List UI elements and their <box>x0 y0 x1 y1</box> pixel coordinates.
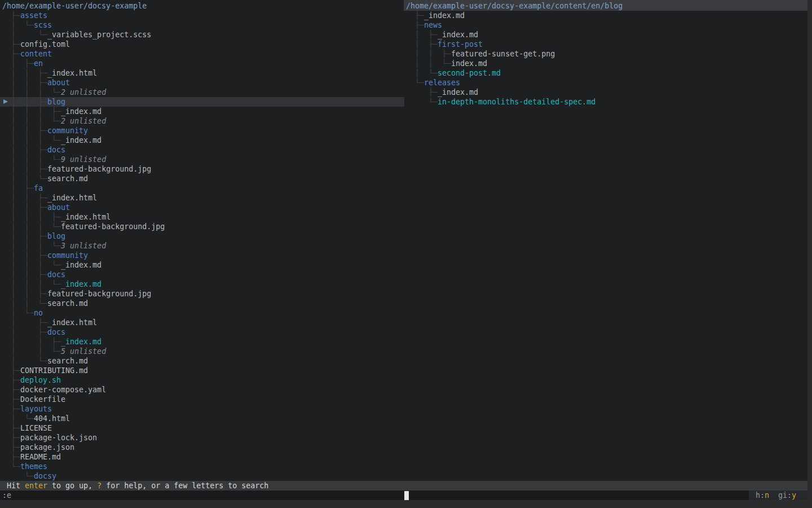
tree-row-_index.md[interactable]: │ │ │ └─_index.md <box>0 135 404 145</box>
file-name: featured-sunset-get.png <box>451 50 555 58</box>
input-cursor <box>404 491 409 500</box>
tree-row-_variables_project.scss[interactable]: │ └─_variables_project.scss <box>0 30 404 40</box>
tree-branch-lines: │ │ │ ├─ <box>2 107 61 116</box>
tree-row-docs[interactable]: │ │ ├─docs <box>0 270 404 279</box>
tree-row-en[interactable]: │ ├─en <box>0 59 404 68</box>
tree-row-news[interactable]: ├─news <box>404 20 807 30</box>
tree-row-docs[interactable]: │ │ ├─docs <box>0 145 404 155</box>
tree-row-_index.md[interactable]: ├─_index.md <box>404 87 807 97</box>
broot-terminal: /home/example-user/docsy-example ├─asset… <box>0 0 807 500</box>
unlisted-count: 2 unlisted <box>61 117 106 125</box>
tree-row-themes[interactable]: └─themes <box>0 462 404 471</box>
right-panel-header: /home/example-user/docsy-example/content… <box>404 0 807 11</box>
tree-branch-lines: ├─ <box>2 443 20 452</box>
tree-row-index.md[interactable]: │ │ └─index.md <box>404 59 807 68</box>
tree-branch-lines: ├─ <box>2 405 20 413</box>
flag-label: h: <box>756 491 765 500</box>
tree-row-_index.md[interactable]: │ │ ├─_index.md <box>0 337 404 347</box>
tree-row-docker-compose.yaml[interactable]: ├─docker-compose.yaml <box>0 385 404 395</box>
tree-row-about[interactable]: │ │ ├─about <box>0 78 404 87</box>
tree-row-package.json[interactable]: ├─package.json <box>0 443 404 452</box>
tree-row-releases[interactable]: └─releases <box>404 78 807 87</box>
tree-row-_index.md[interactable]: │ │ │ └─_index.md <box>0 260 404 270</box>
tree-branch-lines: │ │ ├─ <box>406 50 451 58</box>
tree-row-_index.html[interactable]: │ ├─_index.html <box>0 318 404 327</box>
tree-branch-lines: │ │ ├─ <box>2 165 47 173</box>
tree-row-featured-background.jpg[interactable]: │ │ ├─featured-background.jpg <box>0 164 404 174</box>
tree-row-deploy.sh[interactable]: ├─deploy.sh <box>0 375 404 385</box>
flag-label: gi: <box>778 491 792 500</box>
flag-label <box>769 491 778 500</box>
tree-branch-lines: ├─ <box>2 395 20 404</box>
tree-row-unlisted: │ │ │ └─2 unlisted <box>0 87 404 97</box>
tree-row-_index.html[interactable]: │ │ │ ├─_index.html <box>0 212 404 222</box>
tree-row-unlisted: │ │ └─5 unlisted <box>0 347 404 356</box>
tree-row-search.md[interactable]: │ └─search.md <box>0 356 404 366</box>
tree-branch-lines: ├─ <box>2 376 20 384</box>
tree-branch-lines: │ │ │ └─ <box>2 117 61 125</box>
tree-row-config.toml[interactable]: ├─config.toml <box>0 40 404 49</box>
file-name: package-lock.json <box>20 433 97 442</box>
dir-name: docs <box>47 270 65 279</box>
tree-row-community[interactable]: │ │ ├─community <box>0 251 404 260</box>
tree-branch-lines: │ │ │ └─ <box>2 280 61 288</box>
tree-row-Dockerfile[interactable]: ├─Dockerfile <box>0 395 404 404</box>
tree-row-no[interactable]: │ └─no <box>0 308 404 318</box>
tree-row-in-depth-monoliths-detailed-spec.md[interactable]: └─in-depth-monoliths-detailed-spec.md <box>404 97 807 107</box>
tree-row-search.md[interactable]: │ │ └─search.md <box>0 174 404 183</box>
tree-row-layouts[interactable]: ├─layouts <box>0 404 404 414</box>
tree-row-_index.html[interactable]: │ │ ├─_index.html <box>0 68 404 78</box>
tree-branch-lines: │ └─ <box>406 69 438 77</box>
tree-branch-lines: │ │ ├─ <box>2 69 47 77</box>
dir-name: blog <box>47 232 65 240</box>
unlisted-count: 2 unlisted <box>61 88 106 97</box>
file-name: README.md <box>20 453 61 461</box>
tree-branch-lines: │ │ └─ <box>2 299 47 308</box>
tree-row-featured-background.jpg[interactable]: │ │ ├─featured-background.jpg <box>0 289 404 299</box>
input-bar[interactable]: :e h:n gi:y <box>0 491 807 500</box>
tree-row-_index.md[interactable]: │ ├─_index.md <box>404 30 807 40</box>
right-panel: /home/example-user/docsy-example/content… <box>404 0 807 500</box>
tree-row-LICENSE[interactable]: ├─LICENSE <box>0 423 404 433</box>
tree-row-_index.html[interactable]: │ │ ├─_index.html <box>0 193 404 203</box>
tree-row-first-post[interactable]: │ ├─first-post <box>404 40 807 49</box>
dir-name: releases <box>424 78 460 87</box>
tree-row-_index.md[interactable]: │ │ │ ├─_index.md <box>0 107 404 116</box>
tree-row-community[interactable]: │ │ ├─community <box>0 126 404 135</box>
tree-branch-lines: ├─ <box>2 433 20 442</box>
tree-row-featured-sunset-get.png[interactable]: │ │ ├─featured-sunset-get.png <box>404 49 807 59</box>
tree-row-blog[interactable]: │ │ ├─blog <box>0 97 404 107</box>
tree-row-blog[interactable]: │ │ ├─blog <box>0 231 404 241</box>
tree-row-docsy[interactable]: └─docsy <box>0 471 404 481</box>
tree-row-_index.md[interactable]: │ │ │ └─_index.md <box>0 279 404 289</box>
tree-row-featured-background.jpg[interactable]: │ │ │ └─featured-background.jpg <box>0 222 404 231</box>
status-key-hint: enter <box>25 481 47 490</box>
file-name: _index.html <box>47 318 97 327</box>
tree-branch-lines: │ │ ├─ <box>2 232 47 240</box>
status-key-hint: ? <box>97 481 102 490</box>
tree-row-fa[interactable]: │ ├─fa <box>0 183 404 193</box>
tree-row-404.html[interactable]: │ └─404.html <box>0 414 404 423</box>
tree-row-second-post.md[interactable]: │ └─second-post.md <box>404 68 807 78</box>
dir-name: docs <box>47 146 65 154</box>
dir-name: about <box>47 203 70 212</box>
tree-branch-lines: │ │ └─ <box>2 347 61 356</box>
tree-row-assets[interactable]: ├─assets <box>0 11 404 20</box>
tree-row-package-lock.json[interactable]: ├─package-lock.json <box>0 433 404 443</box>
tree-row-README.md[interactable]: ├─README.md <box>0 452 404 462</box>
tree-branch-lines: ├─ <box>2 424 20 432</box>
tree-branch-lines: ├─ <box>406 21 424 29</box>
tree-row-scss[interactable]: │ └─scss <box>0 20 404 30</box>
tree-row-_index.md[interactable]: ├─_index.md <box>404 11 807 20</box>
tree-branch-lines: │ │ └─ <box>406 59 451 68</box>
tree-branch-lines: │ │ ├─ <box>2 338 61 346</box>
tree-row-CONTRIBUTING.md[interactable]: ├─CONTRIBUTING.md <box>0 366 404 375</box>
tree-row-search.md[interactable]: │ │ └─search.md <box>0 299 404 308</box>
tree-row-about[interactable]: │ │ ├─about <box>0 203 404 212</box>
dir-name: themes <box>20 462 47 471</box>
tree-row-content[interactable]: ├─content <box>0 49 404 59</box>
tree-row-docs[interactable]: │ ├─docs <box>0 327 404 337</box>
tree-branch-lines: └─ <box>2 462 20 471</box>
file-name: index.md <box>451 59 487 68</box>
command-input-value[interactable]: :e <box>2 491 11 500</box>
